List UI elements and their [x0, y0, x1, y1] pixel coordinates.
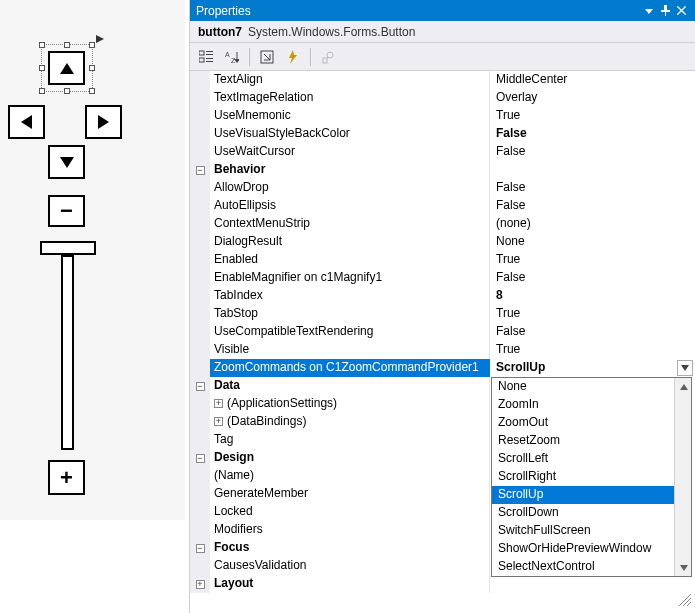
panel-pin-button[interactable]	[657, 3, 673, 19]
property-row[interactable]: ContextMenuStrip(none)	[190, 215, 695, 233]
panel-close-button[interactable]	[673, 3, 689, 19]
property-row[interactable]: AutoEllipsisFalse	[190, 197, 695, 215]
designer-button-left[interactable]	[8, 105, 45, 139]
panel-menu-button[interactable]	[641, 3, 657, 19]
expander-icon[interactable]: −	[196, 544, 205, 553]
property-name-text: TabStop	[214, 306, 258, 320]
dropdown-button[interactable]	[677, 360, 693, 376]
form-designer-surface[interactable]: − +	[0, 0, 189, 613]
row-gutter	[190, 341, 210, 359]
property-value[interactable]: True	[490, 341, 695, 359]
row-gutter	[190, 467, 210, 485]
property-grid[interactable]: TextAlignMiddleCenterTextImageRelationOv…	[190, 71, 695, 613]
property-category[interactable]: −Behavior	[190, 161, 695, 179]
dropdown-item[interactable]: ResetZoom	[492, 432, 674, 450]
property-name-text: Design	[214, 450, 254, 464]
property-category[interactable]: +Layout	[190, 575, 695, 593]
property-name: UseVisualStyleBackColor	[210, 125, 490, 143]
designer-button-down[interactable]	[48, 145, 85, 179]
dropdown-item[interactable]: None	[492, 378, 674, 396]
property-value[interactable]	[490, 161, 695, 179]
property-value[interactable]: ScrollUp	[490, 359, 695, 377]
expander-icon[interactable]: +	[214, 399, 223, 408]
property-value[interactable]	[490, 575, 695, 593]
property-pages-button[interactable]	[316, 46, 340, 68]
property-row[interactable]: UseMnemonicTrue	[190, 107, 695, 125]
property-name-text: UseMnemonic	[214, 108, 291, 122]
property-name-text: ContextMenuStrip	[214, 216, 310, 230]
properties-button[interactable]	[255, 46, 279, 68]
property-name-text: AllowDrop	[214, 180, 269, 194]
property-name: TextImageRelation	[210, 89, 490, 107]
row-gutter	[190, 521, 210, 539]
scroll-up-arrow-icon[interactable]	[675, 378, 692, 395]
expander-icon[interactable]: +	[196, 580, 205, 589]
categorized-view-button[interactable]	[194, 46, 218, 68]
property-row[interactable]: UseWaitCursorFalse	[190, 143, 695, 161]
dropdown-item[interactable]: ScrollRight	[492, 468, 674, 486]
dropdown-item[interactable]: SelectNextControl	[492, 558, 674, 576]
property-name-text: TextImageRelation	[214, 90, 313, 104]
designer-button-minus[interactable]: −	[48, 195, 85, 227]
properties-panel: Properties button7 System.Windows.Forms.…	[189, 0, 695, 613]
property-value[interactable]: False	[490, 125, 695, 143]
dropdown-item[interactable]: ScrollLeft	[492, 450, 674, 468]
designer-button-right[interactable]	[85, 105, 122, 139]
property-value[interactable]: False	[490, 143, 695, 161]
designer-slider-top[interactable]	[40, 241, 96, 255]
expander-icon[interactable]: +	[214, 417, 223, 426]
dropdown-item[interactable]: ZoomOut	[492, 414, 674, 432]
dropdown-scrollbar[interactable]	[674, 378, 691, 576]
enum-dropdown[interactable]: NoneZoomInZoomOutResetZoomScrollLeftScro…	[491, 377, 692, 577]
property-value[interactable]: None	[490, 233, 695, 251]
property-row[interactable]: UseVisualStyleBackColorFalse	[190, 125, 695, 143]
dropdown-item[interactable]: SwitchFullScreen	[492, 522, 674, 540]
expander-icon[interactable]: −	[196, 166, 205, 175]
property-row[interactable]: TabStopTrue	[190, 305, 695, 323]
designer-button-up[interactable]	[48, 51, 85, 85]
property-name-text: Focus	[214, 540, 249, 554]
property-value[interactable]: False	[490, 197, 695, 215]
triangle-down-icon	[60, 157, 74, 168]
property-name: ContextMenuStrip	[210, 215, 490, 233]
property-value[interactable]: (none)	[490, 215, 695, 233]
panel-titlebar[interactable]: Properties	[190, 0, 695, 21]
designer-slider-track[interactable]	[61, 255, 74, 450]
property-row[interactable]: TextImageRelationOverlay	[190, 89, 695, 107]
property-value[interactable]: 8	[490, 287, 695, 305]
property-value[interactable]: True	[490, 251, 695, 269]
property-row[interactable]: EnableMagnifier on c1Magnify1False	[190, 269, 695, 287]
property-row[interactable]: ZoomCommands on C1ZoomCommandProvider1Sc…	[190, 359, 695, 377]
expander-icon[interactable]: −	[196, 382, 205, 391]
property-value[interactable]: True	[490, 305, 695, 323]
property-row[interactable]: EnabledTrue	[190, 251, 695, 269]
dropdown-item[interactable]: ShowOrHidePreviewWindow	[492, 540, 674, 558]
property-value[interactable]: False	[490, 323, 695, 341]
scroll-down-arrow-icon[interactable]	[675, 559, 692, 576]
minus-icon: −	[60, 200, 73, 222]
triangle-up-icon	[60, 63, 74, 74]
property-row[interactable]: DialogResultNone	[190, 233, 695, 251]
svg-rect-20	[323, 58, 327, 63]
property-value[interactable]: False	[490, 179, 695, 197]
dropdown-item[interactable]: ZoomIn	[492, 396, 674, 414]
property-value[interactable]: True	[490, 107, 695, 125]
triangle-left-icon	[21, 115, 32, 129]
property-row[interactable]: TextAlignMiddleCenter	[190, 71, 695, 89]
property-name: ZoomCommands on C1ZoomCommandProvider1	[210, 359, 490, 377]
property-value[interactable]: MiddleCenter	[490, 71, 695, 89]
property-row[interactable]: UseCompatibleTextRenderingFalse	[190, 323, 695, 341]
property-value[interactable]: Overlay	[490, 89, 695, 107]
dropdown-resize-grip[interactable]	[675, 593, 692, 607]
events-button[interactable]	[281, 46, 305, 68]
alphabetical-view-button[interactable]: AZ	[220, 46, 244, 68]
property-row[interactable]: AllowDropFalse	[190, 179, 695, 197]
designer-button-plus[interactable]: +	[48, 460, 85, 495]
property-row[interactable]: VisibleTrue	[190, 341, 695, 359]
dropdown-item[interactable]: ScrollUp	[492, 486, 674, 504]
property-row[interactable]: TabIndex8	[190, 287, 695, 305]
expander-icon[interactable]: −	[196, 454, 205, 463]
object-selector[interactable]: button7 System.Windows.Forms.Button	[190, 21, 695, 43]
dropdown-item[interactable]: ScrollDown	[492, 504, 674, 522]
property-value[interactable]: False	[490, 269, 695, 287]
